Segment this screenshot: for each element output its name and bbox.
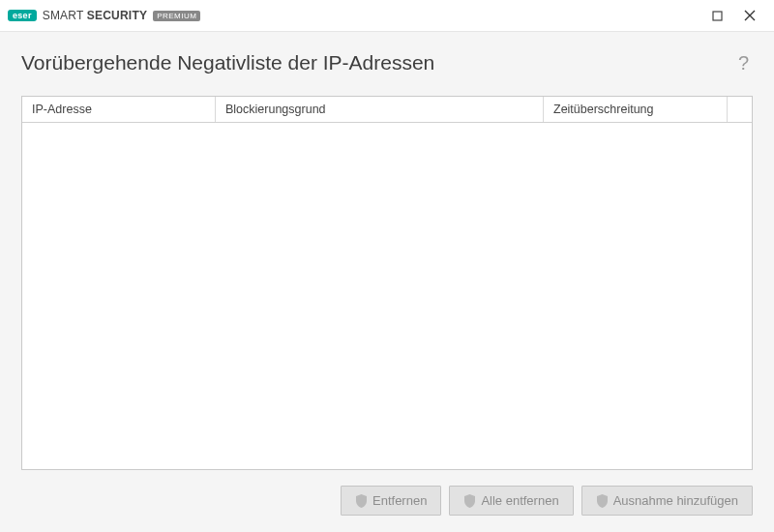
titlebar: eser SMART SECURITY PREMIUM <box>0 0 774 32</box>
column-ip-address[interactable]: IP-Adresse <box>22 97 216 122</box>
maximize-button[interactable] <box>700 0 733 31</box>
shield-icon <box>596 494 609 508</box>
remove-button-label: Entfernen <box>372 493 427 508</box>
remove-all-button[interactable]: Alle entfernen <box>449 486 573 516</box>
help-button[interactable]: ? <box>734 52 753 74</box>
column-block-reason[interactable]: Blockierungsgrund <box>216 97 544 122</box>
remove-all-button-label: Alle entfernen <box>481 493 558 508</box>
close-button[interactable] <box>733 0 766 31</box>
page-title: Vorübergehende Negativliste der IP-Adres… <box>21 51 734 74</box>
footer-toolbar: Entfernen Alle entfernen Ausnahme hinzuf… <box>21 486 753 532</box>
add-exception-button[interactable]: Ausnahme hinzufügen <box>581 486 753 516</box>
remove-button[interactable]: Entfernen <box>341 486 441 516</box>
add-exception-button-label: Ausnahme hinzufügen <box>613 493 738 508</box>
brand-text-bold: SECURITY <box>87 9 147 22</box>
product-logo: eser SMART SECURITY PREMIUM <box>8 9 200 22</box>
ip-blacklist-table: IP-Adresse Blockierungsgrund Zeitübersch… <box>21 96 753 470</box>
table-header: IP-Adresse Blockierungsgrund Zeitübersch… <box>22 97 752 123</box>
close-icon <box>744 10 756 21</box>
brand-text: SMART SECURITY <box>43 9 147 22</box>
brand-text-light: SMART <box>43 9 84 22</box>
table-body <box>22 123 752 469</box>
column-timeout[interactable]: Zeitüberschreitung <box>544 97 728 122</box>
brand-tier: PREMIUM <box>153 11 200 21</box>
shield-icon <box>355 494 368 508</box>
column-extra <box>728 97 752 122</box>
square-icon <box>712 11 723 21</box>
header-row: Vorübergehende Negativliste der IP-Adres… <box>21 51 753 74</box>
shield-icon <box>463 494 476 508</box>
svg-rect-0 <box>713 12 722 20</box>
brand-badge: eser <box>8 10 37 21</box>
content-area: Vorübergehende Negativliste der IP-Adres… <box>0 32 774 532</box>
